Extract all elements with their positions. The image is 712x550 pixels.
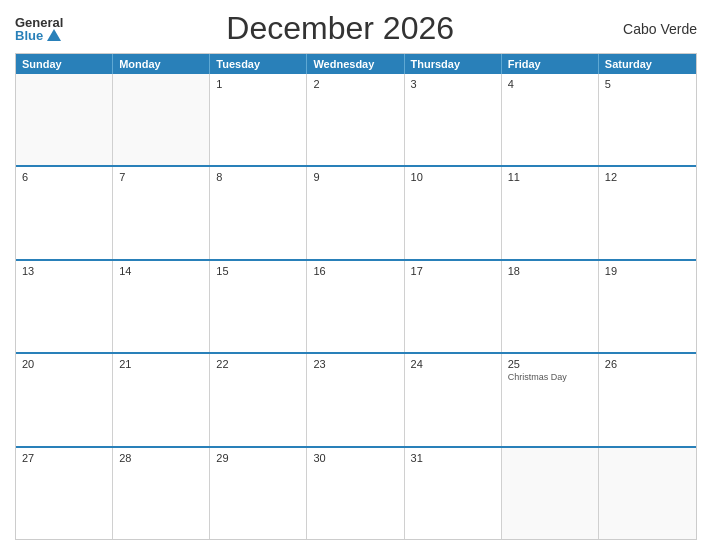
day-cell-w4-d7: 26 bbox=[599, 354, 696, 445]
day-number: 24 bbox=[411, 358, 495, 370]
day-number: 15 bbox=[216, 265, 300, 277]
day-cell-w2-d3: 8 bbox=[210, 167, 307, 258]
day-cell-w4-d6: 25Christmas Day bbox=[502, 354, 599, 445]
day-number: 6 bbox=[22, 171, 106, 183]
day-cell-w3-d6: 18 bbox=[502, 261, 599, 352]
day-cell-w5-d7 bbox=[599, 448, 696, 539]
page-header: General Blue December 2026 Cabo Verde bbox=[15, 10, 697, 47]
day-cell-w3-d7: 19 bbox=[599, 261, 696, 352]
day-cell-w4-d4: 23 bbox=[307, 354, 404, 445]
day-number: 3 bbox=[411, 78, 495, 90]
weeks-container: 1234567891011121314151617181920212223242… bbox=[16, 74, 696, 539]
day-number: 13 bbox=[22, 265, 106, 277]
day-cell-w4-d2: 21 bbox=[113, 354, 210, 445]
day-cell-w1-d3: 1 bbox=[210, 74, 307, 165]
logo: General Blue bbox=[15, 16, 63, 42]
day-cell-w4-d5: 24 bbox=[405, 354, 502, 445]
day-number: 20 bbox=[22, 358, 106, 370]
logo-blue-text: Blue bbox=[15, 29, 43, 42]
day-cell-w1-d1 bbox=[16, 74, 113, 165]
day-cell-w2-d1: 6 bbox=[16, 167, 113, 258]
day-cell-w3-d2: 14 bbox=[113, 261, 210, 352]
week-row-5: 2728293031 bbox=[16, 446, 696, 539]
day-number: 2 bbox=[313, 78, 397, 90]
day-cell-w3-d1: 13 bbox=[16, 261, 113, 352]
day-cell-w5-d4: 30 bbox=[307, 448, 404, 539]
day-cell-w1-d4: 2 bbox=[307, 74, 404, 165]
day-cell-w2-d7: 12 bbox=[599, 167, 696, 258]
day-number: 11 bbox=[508, 171, 592, 183]
logo-blue-row: Blue bbox=[15, 29, 61, 42]
day-number: 17 bbox=[411, 265, 495, 277]
header-monday: Monday bbox=[113, 54, 210, 74]
header-tuesday: Tuesday bbox=[210, 54, 307, 74]
day-number: 4 bbox=[508, 78, 592, 90]
week-row-4: 202122232425Christmas Day26 bbox=[16, 352, 696, 445]
day-number: 28 bbox=[119, 452, 203, 464]
day-number: 16 bbox=[313, 265, 397, 277]
day-number: 31 bbox=[411, 452, 495, 464]
day-number: 29 bbox=[216, 452, 300, 464]
day-number: 12 bbox=[605, 171, 690, 183]
day-number: 26 bbox=[605, 358, 690, 370]
day-cell-w2-d4: 9 bbox=[307, 167, 404, 258]
day-event: Christmas Day bbox=[508, 372, 592, 382]
day-cell-w1-d5: 3 bbox=[405, 74, 502, 165]
day-cell-w2-d2: 7 bbox=[113, 167, 210, 258]
logo-general-text: General bbox=[15, 16, 63, 29]
header-wednesday: Wednesday bbox=[307, 54, 404, 74]
day-cell-w2-d5: 10 bbox=[405, 167, 502, 258]
day-cell-w3-d3: 15 bbox=[210, 261, 307, 352]
country-label: Cabo Verde bbox=[617, 21, 697, 37]
day-cell-w5-d1: 27 bbox=[16, 448, 113, 539]
day-number: 18 bbox=[508, 265, 592, 277]
day-number: 10 bbox=[411, 171, 495, 183]
header-saturday: Saturday bbox=[599, 54, 696, 74]
day-cell-w1-d7: 5 bbox=[599, 74, 696, 165]
day-cell-w5-d3: 29 bbox=[210, 448, 307, 539]
day-number: 8 bbox=[216, 171, 300, 183]
day-number: 9 bbox=[313, 171, 397, 183]
day-cell-w5-d5: 31 bbox=[405, 448, 502, 539]
day-number: 23 bbox=[313, 358, 397, 370]
day-number: 14 bbox=[119, 265, 203, 277]
day-number: 25 bbox=[508, 358, 592, 370]
day-number: 27 bbox=[22, 452, 106, 464]
calendar: Sunday Monday Tuesday Wednesday Thursday… bbox=[15, 53, 697, 540]
calendar-title: December 2026 bbox=[226, 10, 454, 47]
day-cell-w3-d4: 16 bbox=[307, 261, 404, 352]
day-number: 1 bbox=[216, 78, 300, 90]
header-sunday: Sunday bbox=[16, 54, 113, 74]
day-number: 21 bbox=[119, 358, 203, 370]
day-number: 7 bbox=[119, 171, 203, 183]
day-cell-w4-d3: 22 bbox=[210, 354, 307, 445]
week-row-1: 12345 bbox=[16, 74, 696, 165]
day-cell-w5-d6 bbox=[502, 448, 599, 539]
day-number: 30 bbox=[313, 452, 397, 464]
day-number: 19 bbox=[605, 265, 690, 277]
day-cell-w3-d5: 17 bbox=[405, 261, 502, 352]
day-cell-w1-d6: 4 bbox=[502, 74, 599, 165]
logo-triangle-icon bbox=[47, 29, 61, 41]
header-friday: Friday bbox=[502, 54, 599, 74]
day-number: 5 bbox=[605, 78, 690, 90]
day-cell-w4-d1: 20 bbox=[16, 354, 113, 445]
day-cell-w5-d2: 28 bbox=[113, 448, 210, 539]
day-cell-w2-d6: 11 bbox=[502, 167, 599, 258]
day-headers-row: Sunday Monday Tuesday Wednesday Thursday… bbox=[16, 54, 696, 74]
day-number: 22 bbox=[216, 358, 300, 370]
day-cell-w1-d2 bbox=[113, 74, 210, 165]
week-row-2: 6789101112 bbox=[16, 165, 696, 258]
header-thursday: Thursday bbox=[405, 54, 502, 74]
week-row-3: 13141516171819 bbox=[16, 259, 696, 352]
